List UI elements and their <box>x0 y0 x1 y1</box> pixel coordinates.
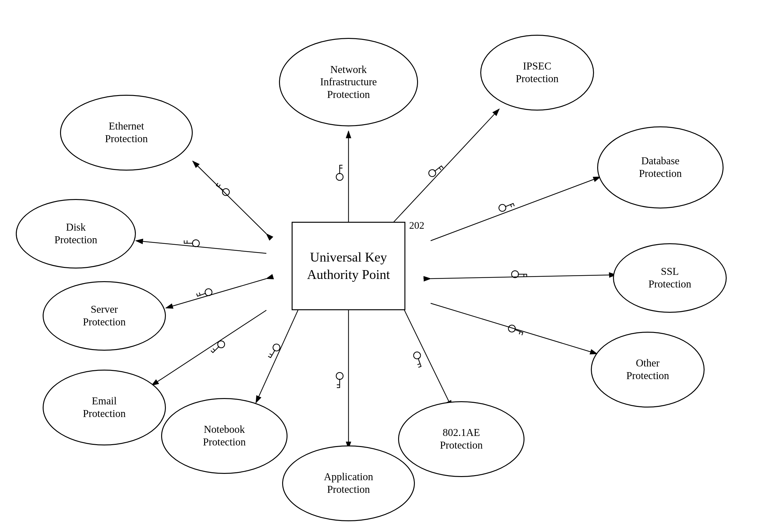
diagram-container: Universal Key Authority Point 202 Networ… <box>0 0 782 532</box>
svg-line-27 <box>510 205 511 207</box>
ssl-node: SSLProtection <box>613 243 727 313</box>
svg-point-1 <box>0 0 4 4</box>
svg-line-23 <box>439 168 441 170</box>
svg-line-55 <box>200 292 200 295</box>
svg-line-16 <box>193 161 266 234</box>
svg-line-36 <box>522 333 523 335</box>
other-node: OtherProtection <box>591 332 705 407</box>
notebook-node: NotebookProtection <box>161 398 287 474</box>
svg-line-15 <box>136 241 266 253</box>
svg-line-51 <box>213 349 215 350</box>
svg-line-7 <box>431 177 600 241</box>
application-node: ApplicationProtection <box>282 446 415 521</box>
svg-line-22 <box>434 166 442 172</box>
center-node: Universal Key Authority Point <box>292 222 405 310</box>
database-node: DatabaseProtection <box>597 127 723 209</box>
svg-line-38 <box>418 358 421 366</box>
svg-line-48 <box>268 356 271 358</box>
svg-line-14 <box>166 279 266 308</box>
svg-point-37 <box>413 351 422 360</box>
network-infra-node: NetworkInfrastructureProtection <box>279 38 418 127</box>
svg-point-53 <box>204 288 213 297</box>
svg-line-54 <box>197 293 206 296</box>
svg-line-13 <box>152 310 266 385</box>
email-node: EmailProtection <box>43 369 166 446</box>
svg-line-46 <box>271 350 275 358</box>
svg-line-26 <box>505 204 513 207</box>
server-node: ServerProtection <box>43 281 166 351</box>
svg-line-63 <box>219 185 220 187</box>
svg-line-52 <box>211 351 213 353</box>
svg-point-17 <box>336 173 343 180</box>
svg-line-35 <box>519 332 520 334</box>
svg-line-9 <box>431 303 597 354</box>
svg-point-33 <box>507 324 516 333</box>
svg-point-25 <box>498 204 507 213</box>
ethernet-node: EthernetProtection <box>60 95 193 171</box>
svg-line-56 <box>197 293 198 296</box>
svg-line-39 <box>417 364 420 364</box>
svg-line-6 <box>389 109 499 227</box>
disk-node: DiskProtection <box>16 199 136 269</box>
svg-line-12 <box>256 310 298 403</box>
svg-line-47 <box>270 354 272 355</box>
svg-point-57 <box>192 240 200 247</box>
center-label: Universal Key Authority Point <box>293 249 404 283</box>
svg-line-8 <box>431 275 616 279</box>
svg-point-61 <box>221 187 231 197</box>
ae802-node: 802.1AEProtection <box>398 401 525 477</box>
svg-line-10 <box>404 310 452 407</box>
svg-line-28 <box>513 204 514 206</box>
svg-line-40 <box>418 366 421 367</box>
svg-point-41 <box>336 373 343 380</box>
ipsec-node: IPSECProtection <box>480 35 594 111</box>
label-202: 202 <box>409 219 424 231</box>
svg-line-24 <box>441 166 443 168</box>
